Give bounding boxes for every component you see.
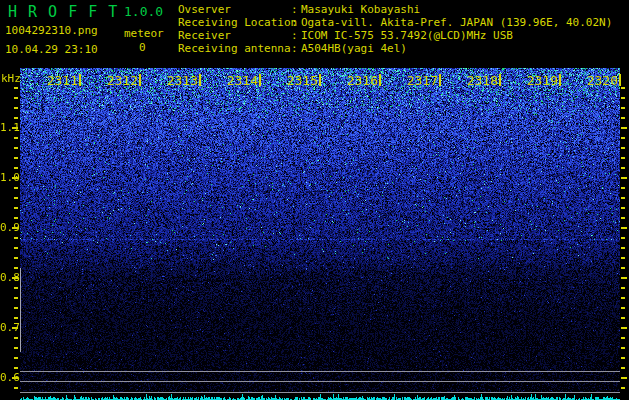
- y-minor-tick-left: [14, 117, 18, 119]
- station-row-ovserver: Ovserver:Masayuki Kobayashi: [178, 3, 420, 16]
- hrofft-screen: H R O F F T 1.0.0 1004292310.png meteor …: [0, 0, 629, 400]
- y-minor-tick-left: [14, 207, 18, 209]
- y-major-tick-left: [12, 327, 18, 329]
- y-minor-tick-right: [621, 317, 625, 319]
- station-colon-separator: :: [291, 16, 301, 29]
- y-minor-tick-right: [621, 387, 625, 389]
- y-minor-tick-right: [621, 157, 625, 159]
- spectrogram-canvas: [20, 68, 620, 393]
- y-minor-tick-right: [621, 257, 625, 259]
- time-label: 2320: [566, 73, 618, 88]
- y-axis-unit: kHz: [1, 72, 21, 85]
- y-minor-tick-left: [14, 237, 18, 239]
- y-minor-tick-left: [14, 97, 18, 99]
- y-minor-tick-left: [14, 197, 18, 199]
- y-major-tick-left: [12, 377, 18, 379]
- station-colon-separator: :: [291, 42, 301, 55]
- y-major-tick-left: [12, 127, 18, 129]
- carrier-line-3: [20, 392, 620, 393]
- carrier-line-1: [20, 371, 620, 372]
- y-minor-tick-left: [14, 267, 18, 269]
- timestamp: 10.04.29 23:10: [5, 43, 98, 56]
- station-row-receiving-antenna: Receiving antenna:A504HB(yagi 4el): [178, 42, 407, 55]
- y-minor-tick-left: [14, 307, 18, 309]
- station-colon-separator: :: [291, 3, 301, 16]
- y-minor-tick-left: [14, 167, 18, 169]
- y-major-tick-right: [621, 127, 627, 129]
- y-minor-tick-left: [14, 297, 18, 299]
- y-minor-tick-right: [621, 97, 625, 99]
- app-version: 1.0.0: [124, 4, 163, 19]
- time-tick: [139, 74, 141, 86]
- y-minor-tick-left: [14, 147, 18, 149]
- station-row-receiver: Receiver:ICOM IC-575 53.7492(@LCD)MHz US…: [178, 29, 513, 42]
- y-minor-tick-right: [621, 87, 625, 89]
- y-minor-tick-right: [621, 197, 625, 199]
- y-major-tick-right: [621, 227, 627, 229]
- station-label: Receiving antenna: [178, 42, 291, 55]
- output-filename: 1004292310.png: [5, 24, 98, 37]
- y-minor-tick-left: [14, 247, 18, 249]
- y-minor-tick-left: [14, 287, 18, 289]
- y-minor-tick-right: [621, 137, 625, 139]
- y-minor-tick-left: [14, 257, 18, 259]
- station-value: Masayuki Kobayashi: [301, 3, 420, 16]
- mode-label: meteor: [124, 27, 164, 40]
- time-tick: [319, 74, 321, 86]
- time-tick: [619, 74, 621, 86]
- y-minor-tick-left: [14, 357, 18, 359]
- y-minor-tick-right: [621, 237, 625, 239]
- y-major-tick-right: [621, 377, 627, 379]
- station-label: Receiver: [178, 29, 291, 42]
- y-minor-tick-right: [621, 247, 625, 249]
- y-minor-tick-left: [14, 107, 18, 109]
- y-minor-tick-left: [14, 137, 18, 139]
- y-minor-tick-right: [621, 167, 625, 169]
- y-minor-tick-right: [621, 367, 625, 369]
- time-tick: [79, 74, 81, 86]
- y-minor-tick-right: [621, 217, 625, 219]
- y-minor-tick-left: [14, 187, 18, 189]
- y-minor-tick-right: [621, 107, 625, 109]
- y-minor-tick-right: [621, 337, 625, 339]
- time-label: 2319: [506, 73, 558, 88]
- y-minor-tick-left: [14, 217, 18, 219]
- app-title: H R O F F T: [8, 3, 118, 21]
- y-major-tick-left: [12, 277, 18, 279]
- station-value: Ogata-vill. Akita-Pref. JAPAN (139.96E, …: [301, 16, 612, 29]
- y-minor-tick-right: [621, 357, 625, 359]
- y-major-tick-right: [621, 277, 627, 279]
- y-minor-tick-left: [14, 367, 18, 369]
- y-minor-tick-right: [621, 287, 625, 289]
- meteor-count: 0: [139, 41, 146, 54]
- db-scale-bar: [20, 268, 21, 352]
- y-minor-tick-left: [14, 337, 18, 339]
- y-minor-tick-right: [621, 347, 625, 349]
- time-tick: [379, 74, 381, 86]
- time-label: 2316: [326, 73, 378, 88]
- time-label: 2313: [146, 73, 198, 88]
- station-label: Receiving Location: [178, 16, 291, 29]
- time-tick: [559, 74, 561, 86]
- time-tick: [439, 74, 441, 86]
- time-label: 2318: [446, 73, 498, 88]
- time-tick: [499, 74, 501, 86]
- time-label: 2315: [266, 73, 318, 88]
- station-value: A504HB(yagi 4el): [301, 42, 407, 55]
- y-major-tick-right: [621, 327, 627, 329]
- carrier-line-2: [20, 381, 620, 382]
- station-label: Ovserver: [178, 3, 291, 16]
- station-row-receiving-location: Receiving Location:Ogata-vill. Akita-Pre…: [178, 16, 612, 29]
- y-major-tick-left: [12, 227, 18, 229]
- y-major-tick-left: [12, 177, 18, 179]
- y-major-tick-right: [621, 177, 627, 179]
- time-label: 2312: [86, 73, 138, 88]
- time-label: 2317: [386, 73, 438, 88]
- y-minor-tick-left: [14, 87, 18, 89]
- signal-level-graph: [20, 393, 620, 400]
- time-label: 2311: [26, 73, 78, 88]
- y-minor-tick-right: [621, 307, 625, 309]
- y-minor-tick-right: [621, 117, 625, 119]
- y-minor-tick-left: [14, 317, 18, 319]
- y-minor-tick-left: [14, 157, 18, 159]
